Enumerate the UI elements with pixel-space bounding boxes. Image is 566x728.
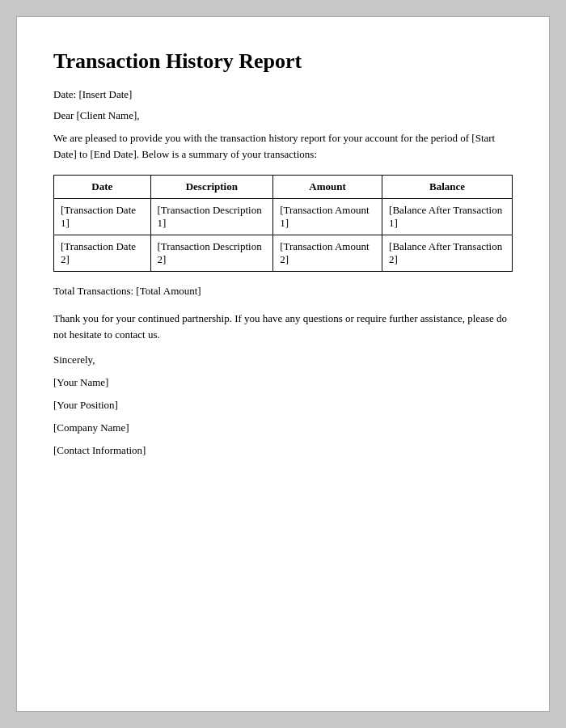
table-cell-r0-c0: [Transaction Date 1]: [54, 199, 151, 235]
table-header-row: Date Description Amount Balance: [54, 176, 513, 199]
signature-block: Sincerely, [Your Name] [Your Position] […: [53, 353, 513, 457]
table-cell-r0-c1: [Transaction Description 1]: [150, 199, 273, 235]
date-line: Date: [Insert Date]: [53, 88, 513, 101]
your-name: [Your Name]: [53, 376, 513, 389]
total-transactions-line: Total Transactions: [Total Amount]: [53, 285, 513, 298]
contact-info: [Contact Information]: [53, 444, 513, 457]
table-row: [Transaction Date 2][Transaction Descrip…: [54, 235, 513, 272]
closing-paragraph: Thank you for your continued partnership…: [53, 311, 513, 342]
table-cell-r1-c1: [Transaction Description 2]: [150, 235, 273, 272]
table-cell-r1-c3: [Balance After Transaction 2]: [382, 235, 513, 272]
salutation: Dear [Client Name],: [53, 109, 513, 122]
table-row: [Transaction Date 1][Transaction Descrip…: [54, 199, 513, 235]
sign-off: Sincerely,: [53, 353, 513, 366]
your-position: [Your Position]: [53, 399, 513, 412]
col-header-balance: Balance: [382, 176, 513, 199]
table-cell-r0-c2: [Transaction Amount 1]: [273, 199, 382, 235]
intro-paragraph: We are pleased to provide you with the t…: [53, 130, 513, 162]
transaction-table: Date Description Amount Balance [Transac…: [53, 175, 513, 272]
col-header-description: Description: [150, 176, 273, 199]
report-title: Transaction History Report: [53, 49, 513, 74]
table-cell-r1-c0: [Transaction Date 2]: [54, 235, 151, 272]
company-name: [Company Name]: [53, 421, 513, 434]
table-cell-r1-c2: [Transaction Amount 2]: [273, 235, 382, 272]
table-cell-r0-c3: [Balance After Transaction 1]: [382, 199, 513, 235]
report-page: Transaction History Report Date: [Insert…: [16, 16, 550, 712]
col-header-date: Date: [54, 176, 151, 199]
col-header-amount: Amount: [273, 176, 382, 199]
